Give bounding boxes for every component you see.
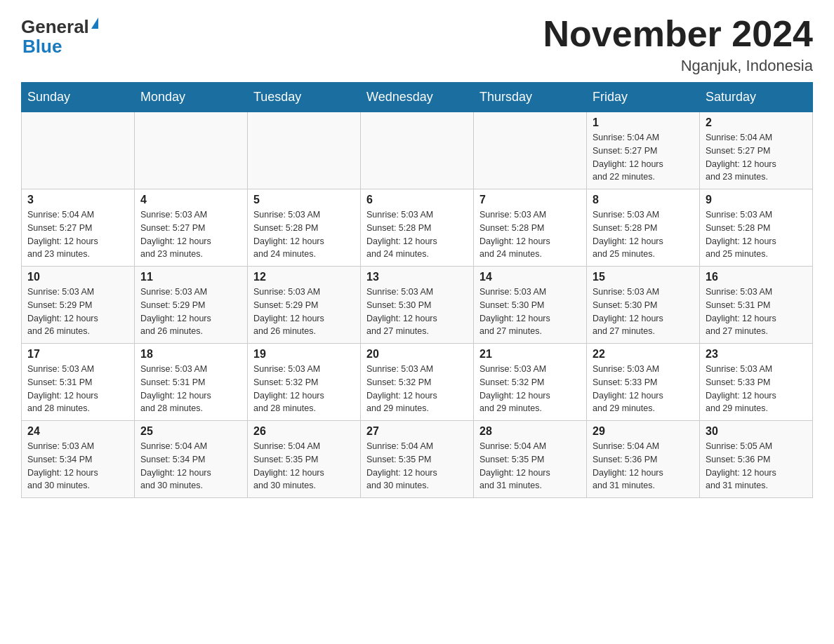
day-info: Sunrise: 5:04 AM Sunset: 5:34 PM Dayligh… — [140, 440, 241, 492]
day-number: 14 — [479, 271, 581, 283]
calendar-day-cell: 5Sunrise: 5:03 AM Sunset: 5:28 PM Daylig… — [248, 189, 361, 267]
month-title: November 2024 — [543, 14, 813, 54]
day-number: 17 — [27, 348, 128, 361]
calendar-table: SundayMondayTuesdayWednesdayThursdayFrid… — [21, 82, 813, 498]
day-number: 29 — [593, 425, 694, 438]
day-of-week-header: Tuesday — [248, 83, 361, 112]
day-number: 11 — [140, 271, 241, 283]
day-number: 1 — [593, 116, 694, 129]
calendar-day-cell: 7Sunrise: 5:03 AM Sunset: 5:28 PM Daylig… — [474, 189, 587, 267]
calendar-day-cell: 22Sunrise: 5:03 AM Sunset: 5:33 PM Dayli… — [587, 344, 700, 421]
day-info: Sunrise: 5:03 AM Sunset: 5:29 PM Dayligh… — [27, 286, 128, 338]
day-info: Sunrise: 5:03 AM Sunset: 5:33 PM Dayligh… — [706, 363, 807, 415]
day-info: Sunrise: 5:03 AM Sunset: 5:32 PM Dayligh… — [253, 363, 355, 415]
day-info: Sunrise: 5:03 AM Sunset: 5:32 PM Dayligh… — [366, 363, 468, 415]
day-info: Sunrise: 5:03 AM Sunset: 5:31 PM Dayligh… — [27, 363, 128, 415]
day-number: 20 — [366, 348, 468, 361]
day-info: Sunrise: 5:04 AM Sunset: 5:35 PM Dayligh… — [253, 440, 355, 492]
day-number: 6 — [366, 194, 468, 206]
day-number: 9 — [706, 194, 807, 206]
day-number: 30 — [706, 425, 807, 438]
title-section: November 2024 Nganjuk, Indonesia — [543, 14, 813, 75]
calendar-week-row: 3Sunrise: 5:04 AM Sunset: 5:27 PM Daylig… — [22, 189, 813, 267]
day-info: Sunrise: 5:03 AM Sunset: 5:30 PM Dayligh… — [479, 286, 581, 338]
calendar-day-cell: 11Sunrise: 5:03 AM Sunset: 5:29 PM Dayli… — [135, 267, 248, 344]
day-info: Sunrise: 5:03 AM Sunset: 5:28 PM Dayligh… — [253, 208, 355, 261]
calendar-week-row: 10Sunrise: 5:03 AM Sunset: 5:29 PM Dayli… — [22, 267, 813, 344]
day-info: Sunrise: 5:03 AM Sunset: 5:30 PM Dayligh… — [593, 286, 694, 338]
day-number: 8 — [593, 194, 694, 206]
day-info: Sunrise: 5:04 AM Sunset: 5:27 PM Dayligh… — [593, 131, 694, 184]
calendar-day-cell: 2Sunrise: 5:04 AM Sunset: 5:27 PM Daylig… — [700, 112, 813, 189]
calendar-week-row: 24Sunrise: 5:03 AM Sunset: 5:34 PM Dayli… — [22, 421, 813, 498]
calendar-day-cell: 12Sunrise: 5:03 AM Sunset: 5:29 PM Dayli… — [248, 267, 361, 344]
calendar-day-cell — [361, 112, 474, 189]
day-info: Sunrise: 5:04 AM Sunset: 5:36 PM Dayligh… — [593, 440, 694, 492]
day-number: 22 — [593, 348, 694, 361]
day-number: 10 — [27, 271, 128, 283]
calendar-day-cell: 6Sunrise: 5:03 AM Sunset: 5:28 PM Daylig… — [361, 189, 474, 267]
calendar-day-cell: 10Sunrise: 5:03 AM Sunset: 5:29 PM Dayli… — [22, 267, 135, 344]
day-info: Sunrise: 5:04 AM Sunset: 5:35 PM Dayligh… — [366, 440, 468, 492]
day-of-week-header: Sunday — [22, 83, 135, 112]
day-number: 21 — [479, 348, 581, 361]
day-number: 4 — [140, 194, 241, 206]
logo: General Blue — [21, 14, 98, 58]
calendar-day-cell: 24Sunrise: 5:03 AM Sunset: 5:34 PM Dayli… — [22, 421, 135, 498]
day-info: Sunrise: 5:03 AM Sunset: 5:28 PM Dayligh… — [706, 208, 807, 261]
calendar-day-cell — [248, 112, 361, 189]
calendar-day-cell: 8Sunrise: 5:03 AM Sunset: 5:28 PM Daylig… — [587, 189, 700, 267]
day-info: Sunrise: 5:03 AM Sunset: 5:28 PM Dayligh… — [593, 208, 694, 261]
calendar-day-cell: 3Sunrise: 5:04 AM Sunset: 5:27 PM Daylig… — [22, 189, 135, 267]
calendar-day-cell — [22, 112, 135, 189]
day-info: Sunrise: 5:03 AM Sunset: 5:28 PM Dayligh… — [479, 208, 581, 261]
calendar-day-cell: 23Sunrise: 5:03 AM Sunset: 5:33 PM Dayli… — [700, 344, 813, 421]
calendar-day-cell: 29Sunrise: 5:04 AM Sunset: 5:36 PM Dayli… — [587, 421, 700, 498]
logo-triangle-icon — [91, 18, 98, 29]
day-info: Sunrise: 5:03 AM Sunset: 5:27 PM Dayligh… — [140, 208, 241, 261]
day-number: 7 — [479, 194, 581, 206]
calendar-day-cell: 9Sunrise: 5:03 AM Sunset: 5:28 PM Daylig… — [700, 189, 813, 267]
day-of-week-header: Monday — [135, 83, 248, 112]
day-number: 12 — [253, 271, 355, 283]
calendar-day-cell: 14Sunrise: 5:03 AM Sunset: 5:30 PM Dayli… — [474, 267, 587, 344]
day-of-week-header: Friday — [587, 83, 700, 112]
day-info: Sunrise: 5:03 AM Sunset: 5:32 PM Dayligh… — [479, 363, 581, 415]
day-of-week-header: Wednesday — [361, 83, 474, 112]
day-info: Sunrise: 5:04 AM Sunset: 5:27 PM Dayligh… — [706, 131, 807, 184]
day-number: 23 — [706, 348, 807, 361]
calendar-day-cell: 25Sunrise: 5:04 AM Sunset: 5:34 PM Dayli… — [135, 421, 248, 498]
day-info: Sunrise: 5:03 AM Sunset: 5:30 PM Dayligh… — [366, 286, 468, 338]
day-number: 13 — [366, 271, 468, 283]
calendar-day-cell — [474, 112, 587, 189]
calendar-day-cell: 28Sunrise: 5:04 AM Sunset: 5:35 PM Dayli… — [474, 421, 587, 498]
day-number: 19 — [253, 348, 355, 361]
day-number: 24 — [27, 425, 128, 438]
day-info: Sunrise: 5:03 AM Sunset: 5:28 PM Dayligh… — [366, 208, 468, 261]
day-info: Sunrise: 5:03 AM Sunset: 5:31 PM Dayligh… — [140, 363, 241, 415]
logo-blue: Blue — [22, 36, 62, 58]
calendar-day-cell: 21Sunrise: 5:03 AM Sunset: 5:32 PM Dayli… — [474, 344, 587, 421]
location: Nganjuk, Indonesia — [543, 57, 813, 75]
day-number: 5 — [253, 194, 355, 206]
day-info: Sunrise: 5:05 AM Sunset: 5:36 PM Dayligh… — [706, 440, 807, 492]
day-info: Sunrise: 5:03 AM Sunset: 5:29 PM Dayligh… — [140, 286, 241, 338]
day-number: 25 — [140, 425, 241, 438]
day-number: 2 — [706, 116, 807, 129]
day-number: 28 — [479, 425, 581, 438]
day-number: 26 — [253, 425, 355, 438]
calendar-day-cell: 1Sunrise: 5:04 AM Sunset: 5:27 PM Daylig… — [587, 112, 700, 189]
page-header: General Blue November 2024 Nganjuk, Indo… — [21, 14, 813, 75]
calendar-day-cell: 4Sunrise: 5:03 AM Sunset: 5:27 PM Daylig… — [135, 189, 248, 267]
day-number: 18 — [140, 348, 241, 361]
day-number: 27 — [366, 425, 468, 438]
calendar-day-cell: 15Sunrise: 5:03 AM Sunset: 5:30 PM Dayli… — [587, 267, 700, 344]
calendar-day-cell: 30Sunrise: 5:05 AM Sunset: 5:36 PM Dayli… — [700, 421, 813, 498]
calendar-day-cell: 27Sunrise: 5:04 AM Sunset: 5:35 PM Dayli… — [361, 421, 474, 498]
calendar-day-cell: 17Sunrise: 5:03 AM Sunset: 5:31 PM Dayli… — [22, 344, 135, 421]
day-of-week-header: Saturday — [700, 83, 813, 112]
day-info: Sunrise: 5:04 AM Sunset: 5:27 PM Dayligh… — [27, 208, 128, 261]
day-of-week-header: Thursday — [474, 83, 587, 112]
calendar-week-row: 1Sunrise: 5:04 AM Sunset: 5:27 PM Daylig… — [22, 112, 813, 189]
logo-general: General — [21, 18, 89, 36]
